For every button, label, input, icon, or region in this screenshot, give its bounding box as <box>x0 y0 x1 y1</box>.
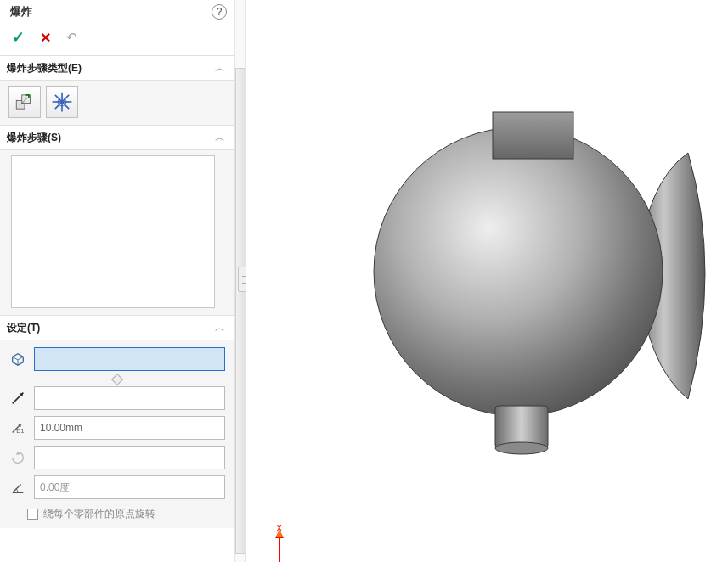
component-row <box>8 346 225 373</box>
collapse-icon[interactable]: ︿ <box>215 321 225 335</box>
radial-explode-step-button[interactable] <box>46 86 78 118</box>
cancel-button[interactable]: ✕ <box>40 30 51 46</box>
ok-button[interactable]: ✓ <box>12 28 25 47</box>
angle-icon <box>8 480 27 495</box>
section-settings-body: D1 绕每个零部件的原点旋转 <box>0 340 234 528</box>
rotation-axis-field[interactable] <box>34 446 225 469</box>
distance-row: D1 <box>8 414 225 441</box>
collapse-icon[interactable]: ︿ <box>215 131 225 145</box>
svg-point-17 <box>374 127 663 416</box>
3d-viewport[interactable]: X <box>246 0 728 562</box>
section-step-type-header[interactable]: 爆炸步骤类型(E) ︿ <box>0 55 234 81</box>
help-button[interactable]: ? <box>212 4 227 20</box>
svg-point-20 <box>495 442 548 454</box>
angle-field[interactable] <box>34 475 225 499</box>
svg-marker-23 <box>276 530 283 537</box>
svg-text:D1: D1 <box>16 427 24 435</box>
distance-icon: D1 <box>8 420 27 436</box>
undo-button[interactable]: ↶ <box>66 30 77 45</box>
angle-row <box>8 474 225 501</box>
rotate-origin-label: 绕每个零部件的原点旋转 <box>43 507 155 521</box>
section-steps-body <box>0 150 234 315</box>
rotation-axis-row <box>8 444 225 471</box>
section-step-type-title: 爆炸步骤类型(E) <box>7 61 215 76</box>
component-selection-field[interactable] <box>34 347 225 371</box>
direction-row <box>8 385 225 412</box>
panel-header: 爆炸 ? <box>0 0 234 23</box>
section-step-type-body <box>0 81 234 125</box>
section-steps-header[interactable]: 爆炸步骤(S) ︿ <box>0 125 234 150</box>
rotation-axis-icon <box>8 450 27 465</box>
rotate-origin-row[interactable]: 绕每个零部件的原点旋转 <box>8 507 225 521</box>
rotate-origin-checkbox[interactable] <box>27 509 38 520</box>
distance-field[interactable] <box>34 416 225 440</box>
section-settings-header[interactable]: 设定(T) ︿ <box>0 315 234 340</box>
panel-title: 爆炸 <box>10 4 212 20</box>
direction-icon <box>8 391 27 406</box>
section-steps-title: 爆炸步骤(S) <box>7 131 215 145</box>
component-icon <box>8 351 27 367</box>
collapse-icon[interactable]: ︿ <box>215 61 225 76</box>
model-rendering <box>246 0 722 543</box>
panel-scrollbar[interactable] <box>235 68 245 554</box>
panel-splitter[interactable] <box>234 0 246 562</box>
resize-handle[interactable] <box>8 375 225 382</box>
section-settings-title: 设定(T) <box>7 321 215 335</box>
confirm-toolbar: ✓ ✕ ↶ <box>0 23 234 55</box>
explode-steps-list[interactable] <box>11 155 215 308</box>
linear-explode-step-button[interactable] <box>8 86 41 118</box>
svg-rect-18 <box>493 112 573 159</box>
property-panel: 爆炸 ? ✓ ✕ ↶ 爆炸步骤类型(E) ︿ <box>0 0 234 562</box>
direction-field[interactable] <box>34 386 225 410</box>
